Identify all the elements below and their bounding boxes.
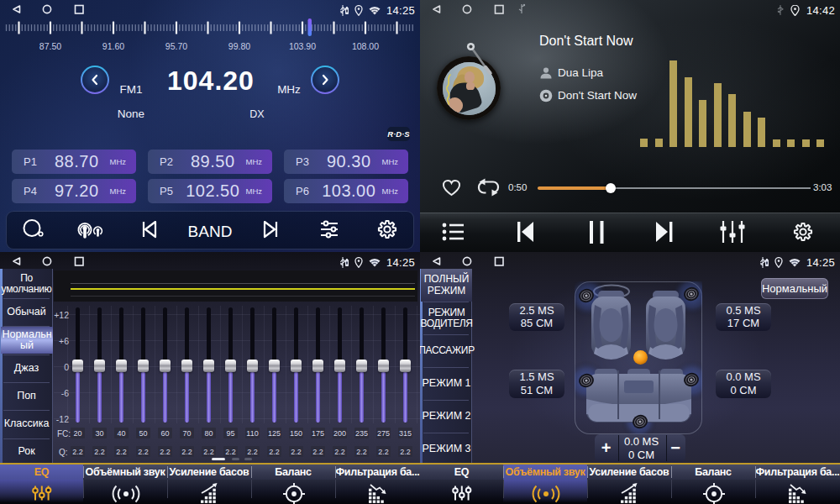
svg-text:BAND: BAND — [188, 223, 233, 240]
